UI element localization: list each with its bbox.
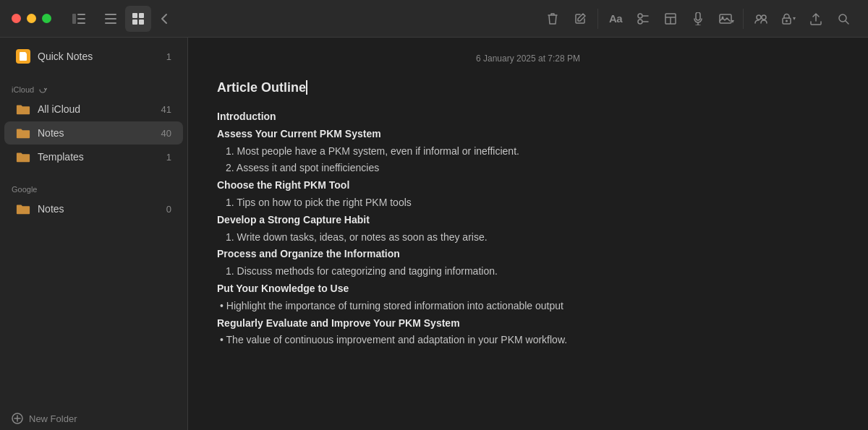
grid-view-button[interactable] <box>125 6 151 32</box>
svg-point-11 <box>638 14 642 18</box>
svg-rect-1 <box>77 14 85 15</box>
all-icloud-label: All iCloud <box>38 103 154 115</box>
sidebar: Quick Notes 1 iCloud All iC <box>0 38 188 430</box>
item-5: 1. Discuss methods for categorizing and … <box>217 263 839 280</box>
notes-icloud-label: Notes <box>38 127 154 139</box>
item-4: 1. Write down tasks, ideas, or notes as … <box>217 229 839 246</box>
format-button[interactable]: Aa <box>603 6 629 32</box>
svg-point-24 <box>762 15 766 20</box>
svg-rect-10 <box>139 20 144 25</box>
svg-rect-9 <box>132 20 137 25</box>
checklist-button[interactable] <box>630 6 656 32</box>
sidebar-item-notes-icloud[interactable]: Notes 40 <box>4 121 183 145</box>
svg-rect-7 <box>132 13 137 18</box>
svg-rect-8 <box>139 13 144 18</box>
back-button[interactable] <box>151 6 177 32</box>
all-icloud-count: 41 <box>161 104 171 115</box>
list-view-button[interactable] <box>98 6 124 32</box>
templates-count: 1 <box>166 152 171 163</box>
heading-develop: Develop a Strong Capture Habit <box>217 212 839 229</box>
note-view[interactable]: 6 January 2025 at 7:28 PM Article Outlin… <box>188 38 868 430</box>
svg-point-13 <box>638 20 642 24</box>
quick-notes-count: 1 <box>166 51 171 62</box>
icloud-section: iCloud All iCloud 41 <box>0 75 187 175</box>
icloud-sync-icon <box>38 85 47 94</box>
bullet-2: • The value of continuous improvement an… <box>217 332 839 349</box>
heading-introduction: Introduction <box>217 108 839 126</box>
svg-rect-18 <box>696 12 700 20</box>
delete-button[interactable] <box>540 6 566 32</box>
minimize-button[interactable] <box>27 14 36 23</box>
new-folder-icon <box>12 413 23 424</box>
new-folder-label: New Folder <box>29 413 77 424</box>
heading-choose: Choose the Right PKM Tool <box>217 177 839 194</box>
folder-icon <box>16 126 30 139</box>
item-2: 2. Assess it and spot inefficiencies <box>217 160 839 177</box>
svg-rect-4 <box>105 14 116 15</box>
svg-point-26 <box>786 20 788 22</box>
notes-google-count: 0 <box>166 204 171 215</box>
table-button[interactable] <box>658 6 684 32</box>
lock-button[interactable]: ▾ <box>775 6 801 32</box>
content-area: 6 January 2025 at 7:28 PM Article Outlin… <box>188 38 868 430</box>
sidebar-item-all-icloud[interactable]: All iCloud 41 <box>4 98 183 121</box>
collab-button[interactable] <box>748 6 774 32</box>
svg-rect-6 <box>105 22 116 24</box>
search-button[interactable] <box>830 6 856 32</box>
quick-notes-label: Quick Notes <box>38 51 159 62</box>
media-button[interactable]: ▾ <box>712 6 739 32</box>
close-button[interactable] <box>12 14 21 23</box>
toolbar-right: Aa <box>540 6 856 32</box>
folder-icon <box>16 202 30 215</box>
quick-notes-icon <box>16 49 30 64</box>
heading-process: Process and Organize the Information <box>217 246 839 263</box>
item-1: 1. Most people have a PKM system, even i… <box>217 143 839 160</box>
folder-icon <box>16 103 30 116</box>
sidebar-item-quick-notes[interactable]: Quick Notes 1 <box>4 44 183 69</box>
heading-evaluate: Regularly Evaluate and Improve Your PKM … <box>217 315 839 332</box>
svg-rect-2 <box>77 18 85 20</box>
svg-rect-0 <box>72 14 76 24</box>
icloud-label: iCloud <box>12 85 34 94</box>
main-layout: Quick Notes 1 iCloud All iC <box>0 38 868 430</box>
export-button[interactable] <box>803 6 829 32</box>
heading-assess: Assess Your Current PKM System <box>217 126 839 143</box>
svg-line-28 <box>846 21 848 24</box>
view-toggle-group <box>98 6 151 32</box>
notes-icloud-count: 40 <box>161 128 171 139</box>
sidebar-item-notes-google[interactable]: Notes 0 <box>4 197 183 220</box>
audio-button[interactable] <box>685 6 711 32</box>
templates-label: Templates <box>38 151 159 163</box>
heading-put: Put Your Knowledge to Use <box>217 280 839 298</box>
note-body: Introduction Assess Your Current PKM Sys… <box>217 108 839 349</box>
maximize-button[interactable] <box>42 14 51 23</box>
compose-button[interactable] <box>567 6 593 32</box>
google-section-header: Google <box>0 181 187 197</box>
icloud-section-header: iCloud <box>0 81 187 97</box>
title-bar: Aa <box>0 0 868 38</box>
notes-google-label: Notes <box>38 203 159 215</box>
google-label: Google <box>12 185 37 194</box>
sidebar-toggle-button[interactable] <box>66 6 92 32</box>
bullet-1: • Highlight the importance of turning st… <box>217 298 839 315</box>
svg-rect-5 <box>105 18 116 20</box>
window-controls <box>12 14 51 23</box>
sidebar-item-templates[interactable]: Templates 1 <box>4 145 183 168</box>
svg-point-23 <box>757 15 761 20</box>
new-folder-button[interactable]: New Folder <box>0 407 187 430</box>
svg-rect-3 <box>77 22 85 24</box>
google-section: Google Notes 0 <box>0 175 187 227</box>
note-title: Article Outline <box>217 80 307 95</box>
item-3: 1. Tips on how to pick the right PKM too… <box>217 194 839 212</box>
folder-icon <box>16 150 30 163</box>
note-timestamp: 6 January 2025 at 7:28 PM <box>217 52 839 66</box>
quick-notes-section: Quick Notes 1 <box>0 38 187 75</box>
